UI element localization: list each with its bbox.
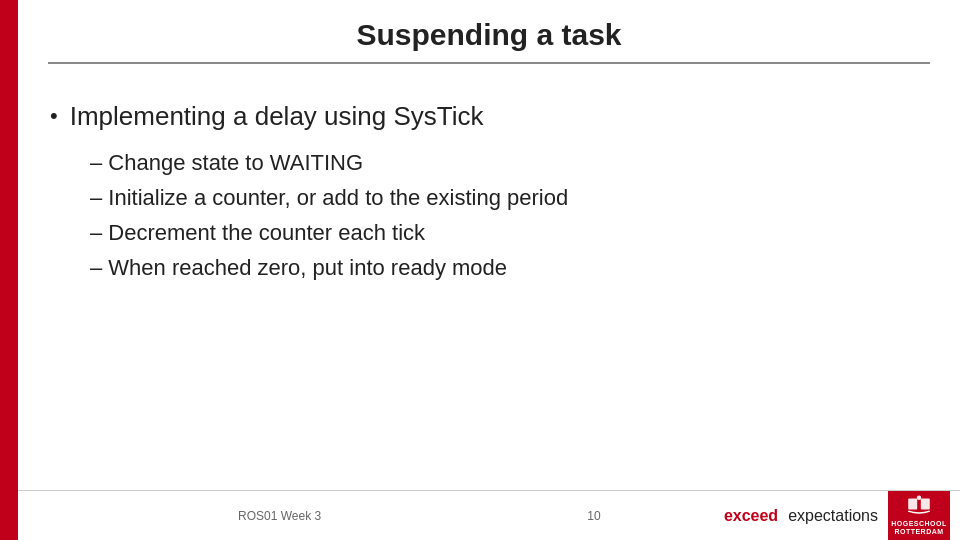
sub-bullet-4: – When reached zero, put into ready mode — [90, 251, 930, 284]
logo-svg — [903, 495, 935, 520]
hogeschool-logo: HOGESCHOOL ROTTERDAM — [888, 491, 950, 541]
sub-bullets-list: – Change state to WAITING – Initialize a… — [90, 146, 930, 284]
svg-rect-1 — [921, 498, 930, 509]
slide: Suspending a task • Implementing a delay… — [0, 0, 960, 540]
svg-point-2 — [917, 495, 922, 500]
footer: ROS01 Week 3 10 exceed expectations HOGE… — [18, 490, 960, 540]
logo-text-hogeschool: HOGESCHOOL — [891, 520, 947, 528]
title-underline — [48, 62, 930, 64]
sub-bullet-3: – Decrement the counter each tick — [90, 216, 930, 249]
exceed-label: exceed — [724, 507, 778, 525]
footer-course: ROS01 Week 3 — [18, 509, 475, 523]
red-bar — [0, 0, 18, 540]
footer-right: exceed expectations HOGESCHOOL ROTTERDAM — [713, 491, 960, 541]
sub-bullet-2: – Initialize a counter, or add to the ex… — [90, 181, 930, 214]
sub-bullet-1: – Change state to WAITING — [90, 146, 930, 179]
main-bullet-text: Implementing a delay using SysTick — [70, 100, 484, 134]
footer-page-number: 10 — [475, 509, 712, 523]
header: Suspending a task — [18, 18, 960, 82]
expectations-label: expectations — [788, 507, 878, 525]
logo-text-rotterdam: ROTTERDAM — [894, 528, 943, 536]
bullet-symbol: • — [50, 102, 58, 131]
main-bullet: • Implementing a delay using SysTick — [50, 100, 930, 134]
content-area: • Implementing a delay using SysTick – C… — [50, 100, 930, 286]
slide-title: Suspending a task — [48, 18, 930, 52]
svg-rect-0 — [908, 498, 917, 509]
